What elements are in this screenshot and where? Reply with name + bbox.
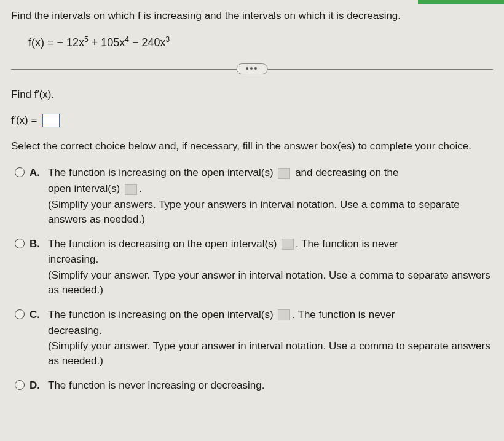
function-equation: f(x) = − 12x5 + 105x4 − 240x3: [11, 34, 493, 50]
select-choice-prompt: Select the correct choice below and, if …: [11, 139, 493, 154]
fprime-input[interactable]: [42, 114, 60, 127]
equation-lhs: f(x) =: [28, 36, 57, 49]
choice-a-text-1: The function is increasing on the open i…: [48, 167, 274, 178]
choice-a-text-3: open interval(s): [48, 183, 120, 194]
choice-c-radio[interactable]: [15, 309, 25, 319]
choice-a-input-2[interactable]: [125, 184, 137, 195]
choice-b-input-1[interactable]: [282, 239, 294, 250]
find-fprime-label: Find f′(x).: [11, 87, 493, 102]
choice-c-text-1: The function is increasing on the open i…: [48, 309, 274, 320]
choice-a-row: A. The function is increasing on the ope…: [11, 165, 493, 226]
choice-d-letter: D.: [30, 378, 42, 393]
choice-b-radio[interactable]: [15, 239, 25, 248]
choice-c-text-2: . The function is never: [292, 309, 395, 320]
choice-c-hint: (Simplify your answer. Type your answer …: [48, 339, 493, 368]
question-prompt: Find the intervals on which f is increas…: [11, 9, 493, 23]
choice-c-letter: C.: [30, 308, 42, 322]
header-accent-bar: [418, 0, 504, 4]
choice-b-text-2: . The function is never: [296, 238, 398, 250]
choice-c-text-3: decreasing.: [48, 324, 493, 338]
choice-d-row: D. The function is never increasing or d…: [11, 378, 493, 394]
equation-rhs: − 12x5 + 105x4 − 240x3: [57, 36, 170, 49]
fprime-lhs: f′(x) =: [11, 114, 37, 126]
choice-c-input-1[interactable]: [278, 309, 290, 320]
choice-a-hint: (Simplify your answers. Type your answer…: [48, 197, 493, 227]
choice-b-text-3: increasing.: [48, 252, 493, 267]
choice-b-row: B. The function is decreasing on the ope…: [11, 237, 493, 298]
choice-b-hint: (Simplify your answer. Type your answer …: [48, 268, 493, 298]
choice-d-text: The function is never increasing or decr…: [48, 378, 493, 393]
choice-b-letter: B.: [30, 237, 42, 252]
choice-a-text-4: .: [139, 183, 142, 194]
choice-a-input-1[interactable]: [278, 168, 290, 179]
choice-b-text-1: The function is decreasing on the open i…: [48, 238, 277, 250]
choice-a-radio[interactable]: [15, 167, 25, 177]
choice-a-text-2: and decreasing on the: [295, 167, 398, 178]
choice-c-row: C. The function is increasing on the ope…: [11, 308, 493, 368]
choice-a-letter: A.: [30, 165, 42, 180]
expand-ellipsis-button[interactable]: •••: [237, 63, 268, 74]
choice-d-radio[interactable]: [15, 380, 25, 390]
